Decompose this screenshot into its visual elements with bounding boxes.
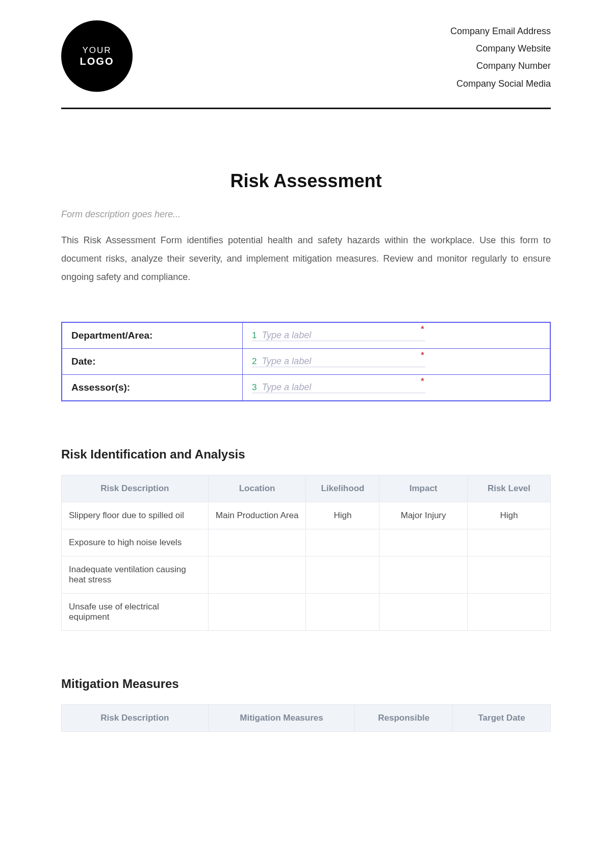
cell-likelihood (306, 593, 379, 630)
mit-col-target-date: Target Date (453, 704, 551, 731)
logo-line2: LOGO (80, 56, 114, 67)
cell-impact (379, 593, 468, 630)
metadata-fields-table: Department/Area: * 1 Type a label Date: … (61, 322, 551, 401)
company-social: Company Social Media (450, 75, 551, 92)
mitigation-table: Risk Description Mitigation Measures Res… (61, 704, 551, 732)
cell-description: Exposure to high noise levels (62, 529, 209, 556)
field-placeholder: Type a label (262, 356, 311, 367)
field-placeholder: Type a label (262, 382, 311, 393)
logo-line1: YOUR (82, 45, 111, 56)
mit-col-responsible: Responsible (355, 704, 453, 731)
required-indicator-icon: * (421, 377, 424, 386)
cell-impact (379, 556, 468, 593)
cell-likelihood (306, 529, 379, 556)
required-indicator-icon: * (421, 351, 424, 360)
field-row-assessor: Assessor(s): * 3 Type a label (62, 374, 550, 401)
field-label: Date: (62, 348, 242, 374)
cell-description: Inadequate ventilation causing heat stre… (62, 556, 209, 593)
cell-description: Unsafe use of electrical equipment (62, 593, 209, 630)
field-placeholder: Type a label (262, 330, 311, 341)
cell-level (467, 593, 550, 630)
field-label: Department/Area: (62, 322, 242, 349)
cell-location: Main Production Area (208, 502, 306, 529)
cell-level (467, 556, 550, 593)
company-info: Company Email Address Company Website Co… (450, 20, 551, 92)
document-header: YOUR LOGO Company Email Address Company … (61, 20, 551, 109)
cell-level: High (467, 502, 550, 529)
cell-impact: Major Injury (379, 502, 468, 529)
field-input-cell[interactable]: * 2 Type a label (242, 348, 550, 374)
required-indicator-icon: * (421, 325, 424, 334)
document-title: Risk Assessment (61, 170, 551, 192)
company-number: Company Number (450, 57, 551, 74)
table-row: Exposure to high noise levels (62, 529, 551, 556)
cell-impact (379, 529, 468, 556)
table-row: Slippery floor due to spilled oil Main P… (62, 502, 551, 529)
field-number: 3 (252, 382, 257, 393)
risk-table: Risk Description Location Likelihood Imp… (61, 475, 551, 631)
mitigation-section-title: Mitigation Measures (61, 677, 551, 691)
risk-col-location: Location (208, 475, 306, 502)
logo-placeholder: YOUR LOGO (61, 20, 133, 92)
field-number: 1 (252, 330, 257, 341)
risk-section-title: Risk Identification and Analysis (61, 447, 551, 462)
field-row-date: Date: * 2 Type a label (62, 348, 550, 374)
risk-col-likelihood: Likelihood (306, 475, 379, 502)
cell-description: Slippery floor due to spilled oil (62, 502, 209, 529)
field-number: 2 (252, 356, 257, 367)
table-row: Inadequate ventilation causing heat stre… (62, 556, 551, 593)
cell-level (467, 529, 550, 556)
cell-likelihood: High (306, 502, 379, 529)
cell-location (208, 529, 306, 556)
field-row-department: Department/Area: * 1 Type a label (62, 322, 550, 349)
field-input-cell[interactable]: * 3 Type a label (242, 374, 550, 401)
cell-location (208, 593, 306, 630)
risk-col-impact: Impact (379, 475, 468, 502)
company-email: Company Email Address (450, 22, 551, 40)
cell-location (208, 556, 306, 593)
field-input-cell[interactable]: * 1 Type a label (242, 322, 550, 349)
mitigation-section: Mitigation Measures Risk Description Mit… (61, 677, 551, 732)
mit-col-measures: Mitigation Measures (208, 704, 355, 731)
form-description-placeholder[interactable]: Form description goes here... (61, 209, 551, 220)
risk-col-description: Risk Description (62, 475, 209, 502)
risk-col-level: Risk Level (467, 475, 550, 502)
field-label: Assessor(s): (62, 374, 242, 401)
mit-col-description: Risk Description (62, 704, 209, 731)
intro-text: This Risk Assessment Form identifies pot… (61, 231, 551, 286)
company-website: Company Website (450, 40, 551, 57)
cell-likelihood (306, 556, 379, 593)
table-row: Unsafe use of electrical equipment (62, 593, 551, 630)
